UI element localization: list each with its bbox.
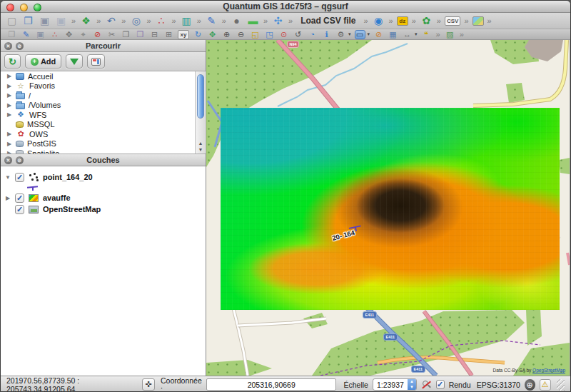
paste-features-icon[interactable]: ❒	[135, 30, 146, 39]
layer-checkbox[interactable]: ✓	[15, 194, 24, 203]
identify-results-icon[interactable]: ◎	[129, 14, 143, 28]
expand-arrow-icon[interactable]: ▶	[6, 92, 12, 99]
toolbar-overflow-chevron[interactable]: »	[146, 16, 151, 25]
zoom-out-icon[interactable]: ⊖	[236, 30, 246, 39]
crs-status-button[interactable]: ⊕	[525, 379, 535, 391]
toolbar-overflow-chevron[interactable]: »	[121, 16, 126, 25]
toolbar-overflow-chevron[interactable]: »	[436, 16, 442, 25]
browser-item-postgis[interactable]: ▶PostGIS	[1, 139, 206, 149]
browser-item-accueil[interactable]: ▶Accueil	[1, 71, 206, 81]
expand-arrow-icon[interactable]: ▶	[6, 102, 12, 109]
add-vector-layer-icon[interactable]: ❖	[79, 14, 93, 28]
open-attribute-table-icon[interactable]: ▦	[388, 30, 398, 39]
scrollbar-thumb[interactable]	[197, 74, 204, 119]
browser-item-ows[interactable]: ▶✿OWS	[1, 129, 206, 139]
blue-pen-icon[interactable]: ✎	[205, 14, 218, 28]
toolbar-overflow-chevron[interactable]: »	[96, 16, 101, 25]
disclosure-icon[interactable]: ▼	[5, 174, 11, 181]
browser-close-icon[interactable]: ✕	[4, 42, 12, 50]
browser-scrollbar[interactable]: ▲▼	[195, 71, 205, 154]
browser-item-favoris[interactable]: ▶☆Favoris	[1, 81, 206, 91]
select-rectangle-icon-dropdown[interactable]: ▾	[368, 31, 370, 37]
move-feature-icon[interactable]: ✥	[64, 30, 74, 39]
save-project-icon[interactable]: ▣	[38, 14, 51, 28]
browser-item-mssql[interactable]: MSSQL	[1, 120, 206, 130]
expand-arrow-icon[interactable]: ▶	[6, 111, 12, 118]
layer-checkbox[interactable]: ✓	[15, 205, 24, 214]
add-part-icon[interactable]: ⊞	[163, 30, 174, 39]
load-csv-file-button[interactable]: Load CSV file	[296, 16, 360, 26]
zoom-native-icon[interactable]: ⊙	[278, 30, 289, 39]
layers-float-icon[interactable]: ⊘	[16, 156, 24, 164]
toolbar-overflow-chevron[interactable]: »	[435, 30, 441, 39]
new-project-icon[interactable]: ▢	[5, 14, 19, 28]
layer-item-point-164-20[interactable]: ▼✓point_164_20	[1, 171, 206, 183]
map-tips-icon[interactable]: ❝	[421, 30, 432, 39]
identify-features-icon[interactable]: ℹ	[321, 30, 332, 39]
settings-menu-icon[interactable]: ⚙	[335, 30, 346, 39]
copy-features-icon[interactable]: ❐	[121, 30, 131, 39]
vertex-tool-icon[interactable]: ⌖	[78, 30, 89, 39]
toolbar-overflow-chevron[interactable]: »	[171, 16, 177, 25]
layer-checkbox[interactable]: ✓	[15, 173, 24, 182]
expand-arrow-icon[interactable]: ▶	[6, 141, 12, 147]
toolbar-overflow-chevron[interactable]: »	[459, 30, 465, 39]
browser-item-wfs[interactable]: ▶❖WFS	[1, 110, 206, 120]
toolbar-overflow-chevron[interactable]: »	[411, 16, 417, 25]
georeferencer-icon[interactable]	[473, 16, 484, 26]
map-canvas[interactable]: N94 E411 E411 E411 20- 164 Data CC-By-SA…	[206, 40, 570, 376]
open-project-icon[interactable]: ❐	[21, 14, 35, 28]
resize-grip[interactable]	[557, 379, 565, 391]
toolbar-overflow-chevron[interactable]: »	[71, 16, 76, 25]
toolbar-overflow-chevron[interactable]: »	[487, 16, 492, 25]
green-plugin-icon[interactable]: ✿	[420, 14, 433, 28]
delete-part-icon[interactable]: ⊟	[149, 30, 160, 39]
save-project-as-icon[interactable]: ▣	[54, 14, 68, 28]
zoom-in-icon[interactable]: ⊕	[221, 30, 232, 39]
render-checkbox[interactable]: ✓	[436, 380, 445, 389]
statistics-icon[interactable]: ▥	[180, 14, 193, 28]
toolbar-overflow-chevron[interactable]: »	[463, 16, 469, 25]
attribute-xy-icon[interactable]: xy	[178, 30, 189, 39]
paste-style-icon[interactable]: ❒	[6, 30, 17, 39]
green-rectangle-icon[interactable]: ▬	[246, 14, 260, 28]
coordinate-input[interactable]	[206, 378, 336, 391]
settings-menu-icon-dropdown[interactable]: ▾	[348, 31, 351, 37]
measure-icon[interactable]: ↔	[402, 30, 413, 39]
title-bar[interactable]: Quantum GIS 1dc75f3 – qgsurf	[1, 1, 570, 13]
toggle-editing-icon[interactable]: ✎	[21, 30, 31, 39]
extents-toggle-button[interactable]: ✜	[142, 378, 155, 391]
toolbar-overflow-chevron[interactable]: »	[196, 16, 202, 25]
node-tool-icon[interactable]: ∴	[155, 14, 168, 28]
toolbar-overflow-chevron[interactable]: »	[221, 16, 227, 25]
browser-add-button[interactable]: +Add	[25, 54, 61, 69]
map-refresh-icon[interactable]: ◔	[307, 30, 318, 39]
refresh-blue-icon[interactable]: ↻	[193, 30, 203, 39]
pan-map-icon[interactable]: ✥	[207, 30, 218, 39]
browser-item-root[interactable]: ▶/	[1, 91, 206, 101]
browser-item-spatialite[interactable]: ▶Spatialite	[1, 149, 206, 154]
layers-close-icon[interactable]: ✕	[4, 156, 12, 164]
undo-icon[interactable]: ↶	[104, 14, 118, 28]
expand-arrow-icon[interactable]: ▶	[6, 83, 12, 89]
combo-arrows-icon[interactable]: ▲▼	[408, 378, 416, 391]
osm-attribution-link[interactable]: OpenStreetMap	[532, 368, 565, 373]
raster-toolbar-icon[interactable]: ▨	[445, 30, 455, 39]
gray-circle-plugin-icon[interactable]: ●	[230, 14, 243, 28]
cut-features-icon[interactable]: ✂	[106, 30, 117, 39]
toolbar-overflow-chevron[interactable]: »	[288, 16, 293, 25]
deselect-all-icon[interactable]: ⊘	[373, 30, 384, 39]
browser-properties-button[interactable]	[87, 54, 105, 69]
layer-item-avauffe[interactable]: ▶✓avauffe	[1, 192, 206, 203]
layer-item-openstreetmap[interactable]: ✓OpenStreetMap	[1, 203, 206, 215]
message-log-button[interactable]: ⚠	[540, 379, 552, 391]
save-edits-icon[interactable]: ▣	[35, 30, 46, 39]
zoom-last-icon[interactable]: ↺	[293, 30, 303, 39]
expand-arrow-icon[interactable]: ▶	[6, 131, 12, 137]
scale-lock-icon[interactable]	[421, 379, 432, 391]
dz-plugin-icon[interactable]: dz	[397, 16, 408, 26]
csv-plugin-icon[interactable]: CSV	[445, 16, 460, 26]
disclosure-icon[interactable]: ▶	[5, 195, 11, 201]
measure-icon-dropdown[interactable]: ▾	[415, 31, 418, 37]
capture-point-icon[interactable]: ∴	[49, 30, 60, 39]
